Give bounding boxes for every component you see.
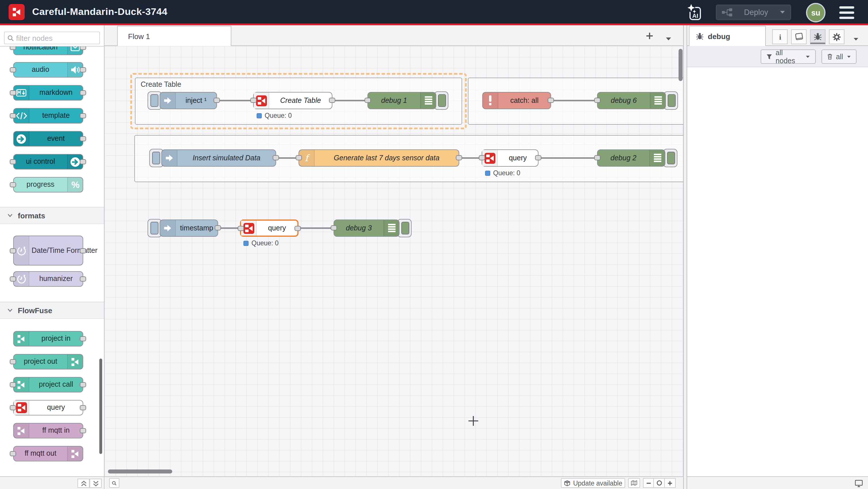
debug-clear-button[interactable]: all bbox=[822, 50, 857, 64]
node-output-port[interactable] bbox=[215, 225, 221, 230]
config-nodes-tab-button[interactable] bbox=[829, 29, 844, 44]
node-input-port[interactable] bbox=[10, 47, 16, 50]
palette-filter-input[interactable] bbox=[16, 34, 91, 42]
node-output-port[interactable] bbox=[273, 155, 279, 160]
flow-node-inject-1[interactable]: inject ¹ bbox=[160, 92, 217, 109]
flow-node-create-table[interactable]: Create Table bbox=[253, 92, 332, 109]
node-output-port[interactable] bbox=[80, 382, 86, 387]
node-output-port[interactable] bbox=[80, 67, 86, 73]
palette-node-humanizer[interactable]: humanizer bbox=[13, 271, 83, 287]
palette-node-project-in[interactable]: project in bbox=[13, 331, 83, 346]
palette-node-audio[interactable]: audio bbox=[13, 62, 83, 78]
palette-node-event[interactable]: event bbox=[13, 131, 83, 146]
node-input-port[interactable] bbox=[10, 248, 16, 253]
help-tab-button[interactable] bbox=[791, 29, 807, 44]
node-output-port[interactable] bbox=[80, 136, 86, 141]
node-input-port[interactable] bbox=[296, 155, 302, 160]
palette-search-box[interactable] bbox=[4, 32, 100, 44]
deploy-button[interactable]: Deploy bbox=[716, 5, 791, 20]
info-tab-button[interactable]: i bbox=[772, 29, 787, 44]
node-input-port[interactable] bbox=[479, 155, 485, 160]
node-input-port[interactable] bbox=[250, 98, 257, 103]
palette-node-project-call[interactable]: project call bbox=[13, 377, 83, 393]
palette-scrollbar[interactable] bbox=[99, 358, 102, 454]
palette-category-flowfuse[interactable]: FlowFuse bbox=[0, 302, 104, 319]
palette-node-markdown[interactable]: markdown bbox=[13, 85, 83, 100]
flow-node-generate-sensor-data[interactable]: fGenerate last 7 days sensor data bbox=[299, 149, 459, 167]
flow-node-debug-2[interactable]: debug 2 bbox=[597, 149, 665, 167]
node-input-port[interactable] bbox=[331, 225, 337, 230]
zoom-reset-button[interactable] bbox=[654, 478, 665, 488]
node-input-port[interactable] bbox=[10, 277, 16, 282]
node-output-port[interactable] bbox=[535, 155, 541, 160]
collapse-all-categories-button[interactable] bbox=[78, 479, 90, 488]
flow-list-button[interactable] bbox=[665, 33, 672, 44]
palette-node-project-out[interactable]: project out bbox=[13, 354, 83, 370]
palette-node-template[interactable]: template bbox=[13, 108, 83, 123]
node-output-port[interactable] bbox=[80, 90, 86, 95]
flow-node-debug-1[interactable]: debug 1 bbox=[367, 92, 436, 109]
zoom-out-button[interactable] bbox=[643, 478, 654, 488]
node-input-port[interactable] bbox=[365, 98, 371, 103]
palette-node-date-time-formatter[interactable]: Date/Time Formatter bbox=[13, 236, 83, 265]
flow-node-query-3[interactable]: query bbox=[240, 220, 299, 237]
sidebar-menu-button[interactable] bbox=[853, 33, 859, 44]
node-output-port[interactable] bbox=[80, 113, 86, 118]
node-output-port[interactable] bbox=[80, 248, 86, 253]
node-input-port[interactable] bbox=[10, 405, 16, 410]
node-input-port[interactable] bbox=[594, 98, 600, 103]
palette-node-progress[interactable]: progress % bbox=[13, 177, 83, 193]
debug-filter-button[interactable]: all nodes bbox=[761, 50, 816, 64]
node-input-port[interactable] bbox=[10, 182, 16, 187]
node-input-port[interactable] bbox=[10, 113, 16, 118]
node-input-port[interactable] bbox=[238, 226, 244, 231]
tab-flow-1[interactable]: Flow 1 bbox=[117, 26, 231, 46]
node-output-port[interactable] bbox=[80, 277, 86, 282]
main-menu-button[interactable] bbox=[839, 6, 854, 19]
flow-node-query-2[interactable]: query bbox=[482, 149, 538, 167]
ai-assistant-button[interactable]: AI bbox=[685, 3, 704, 22]
palette-category-formats[interactable]: formats bbox=[0, 207, 104, 224]
node-input-port[interactable] bbox=[10, 359, 16, 364]
palette-node-ff-mqtt-out[interactable]: ff mqtt out bbox=[13, 446, 83, 461]
flowfuse-logo[interactable] bbox=[9, 4, 25, 20]
sidebar-splitter[interactable] bbox=[683, 25, 687, 489]
palette-node-notification[interactable]: notification bbox=[13, 47, 83, 55]
palette-node-ff-mqtt-in[interactable]: ff mqtt in bbox=[13, 423, 83, 438]
node-input-port[interactable] bbox=[10, 67, 16, 73]
flow-node-insert-simulated-data[interactable]: Insert simulated Data bbox=[161, 149, 276, 167]
open-in-window-button[interactable] bbox=[855, 479, 863, 489]
flow-wires[interactable] bbox=[104, 46, 683, 477]
node-input-port[interactable] bbox=[10, 451, 16, 456]
search-flows-button[interactable] bbox=[109, 478, 119, 488]
node-input-port[interactable] bbox=[594, 155, 600, 160]
flow-canvas[interactable]: Create Table inject ¹ Create Table Queue… bbox=[104, 46, 683, 477]
node-output-port[interactable] bbox=[548, 98, 554, 103]
flow-node-timestamp[interactable]: timestamp bbox=[160, 220, 218, 237]
deploy-chevron-down-icon[interactable] bbox=[780, 10, 785, 15]
canvas-horizontal-scrollbar[interactable] bbox=[108, 469, 172, 473]
node-output-port[interactable] bbox=[456, 155, 462, 160]
node-output-port[interactable] bbox=[294, 226, 301, 231]
flow-node-debug-3[interactable]: debug 3 bbox=[334, 220, 400, 237]
node-output-port[interactable] bbox=[80, 428, 86, 433]
node-output-port[interactable] bbox=[80, 159, 86, 164]
node-output-port[interactable] bbox=[80, 405, 86, 410]
expand-all-categories-button[interactable] bbox=[90, 479, 102, 488]
sidebar-tab-debug[interactable]: debug bbox=[689, 26, 766, 46]
node-output-port[interactable] bbox=[80, 336, 86, 341]
canvas-vertical-scrollbar[interactable] bbox=[679, 49, 683, 81]
node-input-port[interactable] bbox=[10, 90, 16, 95]
node-input-port[interactable] bbox=[10, 382, 16, 387]
add-flow-button[interactable] bbox=[646, 32, 653, 42]
node-output-port[interactable] bbox=[214, 98, 220, 103]
flow-node-catch-all[interactable]: catch: all bbox=[482, 92, 551, 109]
flow-node-debug-6[interactable]: debug 6 bbox=[597, 92, 666, 109]
navigator-button[interactable] bbox=[628, 478, 640, 488]
zoom-in-button[interactable] bbox=[665, 478, 676, 488]
node-output-port[interactable] bbox=[80, 47, 86, 50]
node-output-port[interactable] bbox=[329, 98, 335, 103]
user-avatar[interactable]: su bbox=[806, 3, 826, 22]
node-input-port[interactable] bbox=[10, 159, 16, 164]
palette-node-query[interactable]: query bbox=[13, 400, 83, 415]
